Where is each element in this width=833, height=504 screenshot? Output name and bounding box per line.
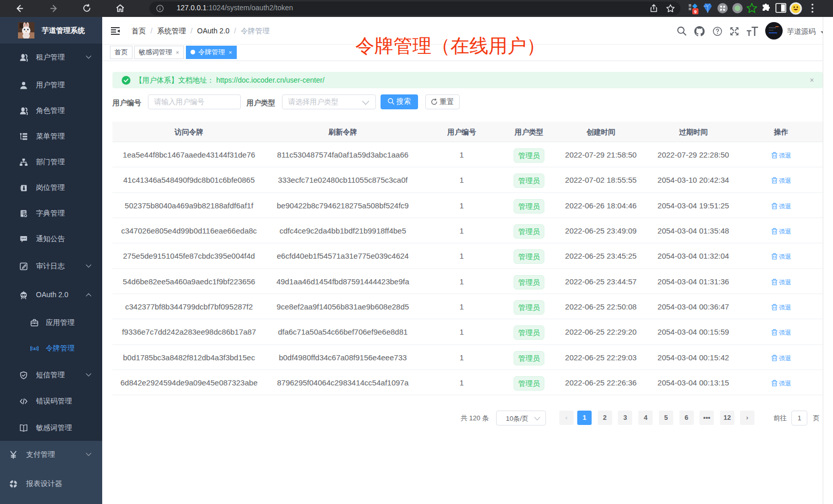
- svg-text:a: a: [33, 346, 36, 351]
- svg-text:9: 9: [694, 9, 696, 14]
